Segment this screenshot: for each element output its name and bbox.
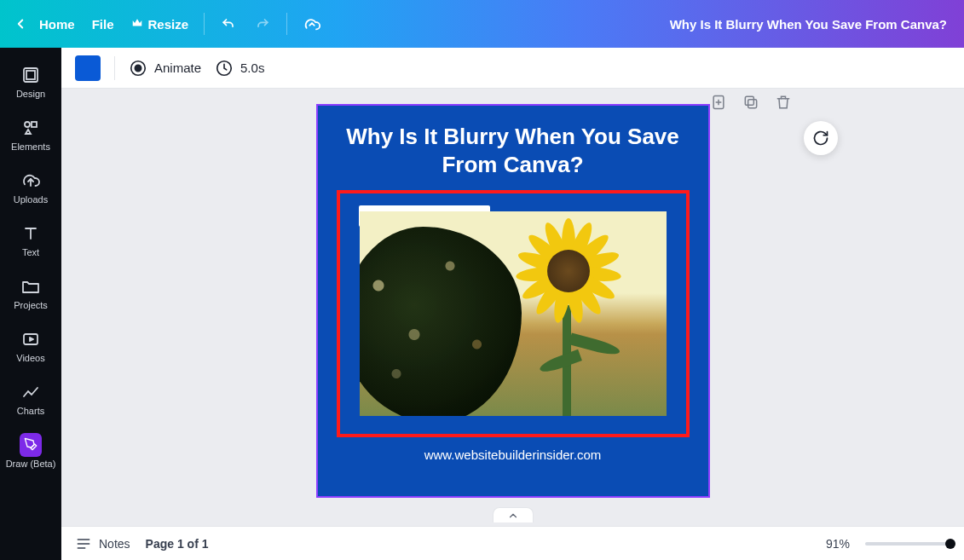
notes-icon xyxy=(75,535,92,552)
duplicate-page-icon[interactable] xyxy=(742,94,761,113)
svg-rect-1 xyxy=(26,71,35,79)
sidebar-item-label: Text xyxy=(22,247,39,257)
svg-point-2 xyxy=(25,122,30,127)
refresh-icon xyxy=(812,130,829,147)
text-icon xyxy=(20,223,41,244)
design-canvas[interactable]: Why Is It Blurry When You Save From Canv… xyxy=(316,104,710,498)
svg-rect-3 xyxy=(32,122,37,127)
clock-icon xyxy=(215,59,234,78)
color-swatch[interactable] xyxy=(75,55,101,81)
sidebar-item-design[interactable]: Design xyxy=(0,56,61,109)
svg-rect-16 xyxy=(745,96,753,105)
context-toolbar: Animate 5.0s xyxy=(61,48,964,89)
divider xyxy=(204,13,205,35)
elements-icon xyxy=(20,118,41,138)
sidebar-item-label: Elements xyxy=(11,141,50,152)
crown-icon xyxy=(131,17,143,32)
animate-icon xyxy=(129,59,147,78)
notes-button[interactable]: Notes xyxy=(75,535,130,552)
sidebar-item-videos[interactable]: Videos xyxy=(0,320,61,373)
redo-button[interactable] xyxy=(245,10,280,38)
canvas-title-text[interactable]: Why Is It Blurry When You Save From Canv… xyxy=(338,123,688,178)
chevron-up-icon xyxy=(507,510,519,522)
sidebar-item-label: Uploads xyxy=(14,194,48,205)
sidebar-item-label: Videos xyxy=(16,353,44,363)
uploads-icon xyxy=(20,170,41,191)
file-label: File xyxy=(92,17,114,32)
zoom-percentage[interactable]: 91% xyxy=(826,537,850,551)
sidebar-item-label: Charts xyxy=(17,406,44,416)
duration-label: 5.0s xyxy=(240,61,264,75)
home-button[interactable]: Home xyxy=(31,12,84,37)
editor-stage[interactable]: Why Is It Blurry When You Save From Canv… xyxy=(61,89,964,526)
expand-pages-button[interactable] xyxy=(493,507,534,522)
sidebar-item-label: Projects xyxy=(14,300,48,310)
zoom-slider-thumb[interactable] xyxy=(945,539,955,549)
left-sidebar: Design Elements Uploads Text Projects Vi… xyxy=(0,48,61,560)
page-indicator[interactable]: Page 1 of 1 xyxy=(146,537,209,551)
top-bar: Home File Resize Why Is It Blurry When Y… xyxy=(0,0,964,48)
draw-icon xyxy=(20,435,41,455)
sidebar-item-label: Draw (Beta) xyxy=(6,459,56,469)
divider xyxy=(286,13,287,35)
document-title[interactable]: Why Is It Blurry When You Save From Canv… xyxy=(670,17,954,32)
zoom-slider[interactable] xyxy=(865,542,950,546)
duration-button[interactable]: 5.0s xyxy=(215,59,264,78)
sidebar-item-label: Design xyxy=(16,89,45,99)
animate-button[interactable]: Animate xyxy=(129,59,201,78)
projects-icon xyxy=(20,276,41,297)
regenerate-button[interactable] xyxy=(804,121,838,155)
videos-icon xyxy=(20,329,41,349)
undo-button[interactable] xyxy=(211,10,245,38)
delete-page-icon[interactable] xyxy=(775,94,794,113)
add-page-icon[interactable] xyxy=(710,94,729,113)
divider xyxy=(114,56,115,80)
sidebar-item-draw[interactable]: Draw (Beta) xyxy=(0,426,61,479)
home-label: Home xyxy=(39,17,75,32)
svg-point-10 xyxy=(135,65,141,71)
back-chevron-icon[interactable] xyxy=(10,14,31,34)
file-menu[interactable]: File xyxy=(84,12,123,37)
svg-rect-15 xyxy=(748,100,757,108)
charts-icon xyxy=(20,382,41,402)
bottom-bar: Notes Page 1 of 1 91% xyxy=(61,526,964,560)
sidebar-item-elements[interactable]: Elements xyxy=(0,109,61,162)
placeholder-image[interactable] xyxy=(360,211,667,416)
sidebar-item-projects[interactable]: Projects xyxy=(0,268,61,320)
cloud-sync-icon[interactable] xyxy=(294,9,330,38)
animate-label: Animate xyxy=(154,61,201,75)
sidebar-item-uploads[interactable]: Uploads xyxy=(0,162,61,215)
sunflower-graphic xyxy=(517,220,620,322)
svg-marker-8 xyxy=(30,338,33,341)
page-tools xyxy=(710,94,794,113)
selected-image-frame[interactable]: Low-resolution image xyxy=(337,190,690,437)
sidebar-item-charts[interactable]: Charts xyxy=(0,373,61,426)
sidebar-item-text[interactable]: Text xyxy=(0,215,61,268)
design-icon xyxy=(20,65,41,85)
canvas-footer-url[interactable]: www.websitebuilderinsider.com xyxy=(424,447,602,462)
resize-menu[interactable]: Resize xyxy=(123,12,198,37)
resize-label: Resize xyxy=(148,17,189,32)
notes-label: Notes xyxy=(99,537,130,551)
